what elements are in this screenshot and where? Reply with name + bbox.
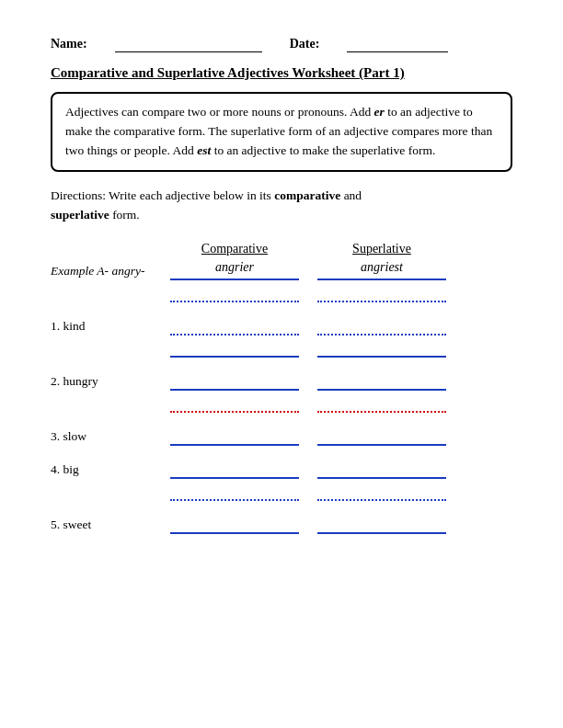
info-box: Adjectives can compare two or more nouns… xyxy=(51,92,512,172)
sweet-super-line xyxy=(317,532,446,534)
big-dot-line2 xyxy=(317,499,446,501)
sweet-label: 5. sweet xyxy=(51,518,161,534)
date-line xyxy=(347,37,448,52)
example-superlative-line xyxy=(317,279,446,280)
example-line: Example A- angry- angrier angriest xyxy=(51,260,512,280)
directions-mid: and xyxy=(340,188,362,202)
example-dot-line-1 xyxy=(170,301,299,302)
row-kind: 1. kind xyxy=(51,308,512,358)
row-slow: 3. slow xyxy=(51,418,512,446)
directions-end: form. xyxy=(109,208,140,222)
slow-label: 3. slow xyxy=(51,429,161,446)
hungry-dot-line1 xyxy=(170,411,299,413)
directions-intro: Directions: Write each adjective below i… xyxy=(51,188,274,202)
date-label: Date: xyxy=(290,37,320,51)
row-hungry: 2. hungry xyxy=(51,363,512,413)
sweet-super-col xyxy=(308,529,455,534)
sweet-comp-line xyxy=(170,532,299,534)
hungry-comp-col xyxy=(161,386,308,391)
name-label: Name: xyxy=(51,37,87,51)
big-dot-col1 xyxy=(161,496,308,501)
column-headers: Comparative Superlative xyxy=(161,242,512,256)
hungry-dot-col1 xyxy=(161,408,308,413)
comparative-header: Comparative xyxy=(161,242,308,256)
example-label: Example A- angry- xyxy=(51,264,161,280)
kind-super-col xyxy=(308,331,455,336)
hungry-dot-line2 xyxy=(317,411,446,413)
info-em-est: est xyxy=(197,143,211,157)
example-row: Example A- angry- angrier angriest xyxy=(51,260,512,302)
info-text-3: to an adjective to make the superlative … xyxy=(211,143,435,157)
slow-super-line xyxy=(317,444,446,446)
hungry-super-line xyxy=(317,389,446,391)
row-kind-line2 xyxy=(51,337,512,358)
kind-label: 1. kind xyxy=(51,319,161,336)
example-dotted-lines xyxy=(161,298,455,302)
example-dot-col-1 xyxy=(161,298,308,302)
hungry-comp-line xyxy=(170,389,299,391)
directions-superlative: superlative xyxy=(51,208,109,222)
example-dot-line-2 xyxy=(317,301,446,302)
info-text-1: Adjectives can compare two or more nouns… xyxy=(65,105,374,119)
sweet-comp-col xyxy=(161,529,308,534)
slow-answers xyxy=(161,441,455,446)
hungry-dot-lines xyxy=(161,408,455,413)
big-super-col xyxy=(308,474,455,479)
example-comparative-col: angrier xyxy=(161,260,308,280)
hungry-dot-col2 xyxy=(308,408,455,413)
big-answers xyxy=(161,474,455,479)
slow-super-col xyxy=(308,441,455,446)
kind-super-dot xyxy=(317,334,446,336)
example-comparative-line xyxy=(170,279,299,280)
big-dot-lines xyxy=(161,496,455,501)
big-label: 4. big xyxy=(51,462,161,479)
kind-comp-col xyxy=(161,331,308,336)
sweet-answers xyxy=(161,529,455,534)
example-dot-col-2 xyxy=(308,298,455,302)
hungry-answers xyxy=(161,386,455,391)
directions: Directions: Write each adjective below i… xyxy=(51,187,512,225)
directions-comparative: comparative xyxy=(274,188,340,202)
slow-comp-line xyxy=(170,444,299,446)
slow-comp-col xyxy=(161,441,308,446)
example-superlative-text: angriest xyxy=(361,260,403,275)
big-super-line xyxy=(317,477,446,479)
row-sweet: 5. sweet xyxy=(51,506,512,534)
row-slow-line1: 3. slow xyxy=(51,426,512,446)
example-comparative-text: angrier xyxy=(215,260,254,275)
big-comp-line xyxy=(170,477,299,479)
big-comp-col xyxy=(161,474,308,479)
row-hungry-line1: 2. hungry xyxy=(51,370,512,391)
header-row: Name: Date: xyxy=(51,37,512,52)
kind-answers xyxy=(161,331,455,336)
table-area: Comparative Superlative Example A- angry… xyxy=(51,242,512,534)
row-hungry-line2 xyxy=(51,392,512,413)
hungry-super-col xyxy=(308,386,455,391)
row-sweet-line1: 5. sweet xyxy=(51,514,512,534)
row-big-line2 xyxy=(51,481,512,501)
kind-comp-write-line xyxy=(170,356,299,358)
kind-super-write xyxy=(308,353,455,358)
row-big: 4. big xyxy=(51,451,512,501)
row-kind-line1: 1. kind xyxy=(51,315,512,336)
example-answers: angrier angriest xyxy=(161,260,455,280)
info-em-er: er xyxy=(374,105,385,119)
superlative-header: Superlative xyxy=(308,242,455,256)
example-dotted-row xyxy=(51,282,512,302)
hungry-label: 2. hungry xyxy=(51,374,161,391)
kind-write-lines xyxy=(161,353,455,358)
row-big-line1: 4. big xyxy=(51,459,512,479)
big-dot-line1 xyxy=(170,499,299,501)
example-superlative-col: angriest xyxy=(308,260,455,280)
kind-super-write-line xyxy=(317,356,446,358)
page-title: Comparative and Superlative Adjectives W… xyxy=(51,65,512,81)
name-line xyxy=(115,37,262,52)
big-dot-col2 xyxy=(308,496,455,501)
kind-comp-dot xyxy=(170,334,299,336)
kind-comp-write xyxy=(161,353,308,358)
